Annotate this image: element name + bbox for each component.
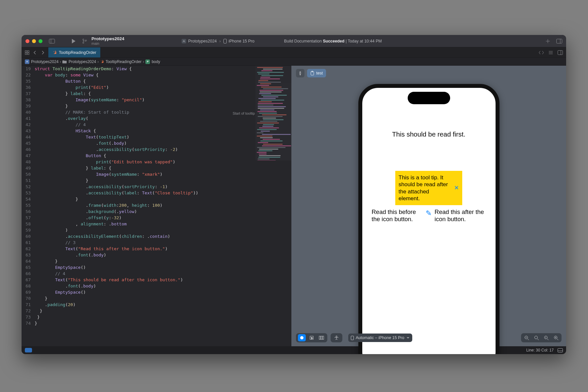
preview-text-left: Read this before the icon button. [372, 208, 423, 223]
window-controls [25, 39, 42, 43]
status-prefix: Build Documentation [284, 39, 323, 43]
svg-rect-12 [25, 53, 27, 55]
svg-point-3 [83, 42, 84, 43]
zoom-in-button[interactable] [552, 334, 560, 341]
chevron-right-icon [143, 59, 144, 64]
svg-line-37 [557, 339, 558, 340]
close-window-button[interactable] [25, 39, 29, 43]
preview-middle-row: Read this before the icon button. ✎ Read… [372, 208, 486, 223]
app-icon: A [182, 39, 186, 43]
cursor-position-label: Line: 30 Col: 17 [526, 348, 554, 352]
zoom-fit-button[interactable] [532, 334, 541, 341]
nav-forward-icon[interactable] [39, 51, 46, 55]
svg-rect-8 [557, 39, 562, 43]
property-icon: P [145, 59, 150, 64]
device-frame-iphone: This should be read first. This is a too… [358, 84, 499, 354]
variants-mode-button[interactable] [318, 334, 325, 341]
code-content[interactable]: struct TooltipReadingOrderDemo: View { v… [33, 66, 291, 346]
swift-file-icon [100, 60, 104, 64]
preview-tooltip-text: This is a tool tip. It should be read af… [399, 174, 451, 202]
related-items-icon[interactable] [24, 50, 31, 55]
chevron-right-icon [97, 59, 99, 64]
accessibility-inspect-button[interactable] [332, 334, 341, 341]
project-icon: A [25, 59, 29, 64]
toggle-navigator-icon[interactable] [49, 39, 55, 43]
minimize-window-button[interactable] [32, 39, 36, 43]
minimap[interactable] [255, 66, 291, 160]
canvas-toolbar: Automatic – iPhone 15 Pro 1 [296, 333, 562, 342]
volume-up-button [358, 160, 359, 179]
toggle-debug-area-icon[interactable] [558, 348, 563, 352]
chevron-down-icon [406, 336, 410, 339]
status-time: | Today at 10:44 PM [344, 39, 382, 43]
scheme-project-label: Prototypes2024 [188, 39, 217, 43]
branch-icon[interactable] [82, 39, 87, 44]
library-icon[interactable] [556, 39, 562, 43]
side-button [358, 139, 359, 152]
add-icon[interactable] [545, 39, 550, 44]
live-mode-button[interactable] [298, 334, 306, 341]
add-editor-icon[interactable] [558, 50, 563, 55]
preview-content: This should be read first. This is a too… [362, 88, 496, 354]
preview-text-right: Read this after the icon button. [434, 208, 486, 223]
svg-point-31 [534, 336, 537, 339]
svg-point-2 [83, 39, 84, 40]
svg-rect-23 [319, 336, 320, 339]
code-editor[interactable]: 1922353637383940414243444546474849505152… [22, 66, 291, 346]
phone-icon [351, 336, 354, 340]
volume-down-button [358, 184, 359, 204]
svg-rect-27 [351, 336, 354, 340]
build-status: Build Documentation Succeeded | Today at… [284, 39, 382, 43]
debug-indicator[interactable] [25, 348, 32, 352]
chevron-right-icon [60, 59, 61, 64]
svg-rect-13 [27, 53, 29, 55]
device-selector[interactable]: Automatic – iPhone 15 Pro [348, 334, 412, 342]
svg-rect-40 [558, 348, 563, 352]
svg-text:1: 1 [545, 336, 547, 338]
canvas-mode-group [296, 333, 327, 342]
gutter: 1922353637383940414243444546474849505152… [22, 66, 33, 346]
zoom-window-button[interactable] [39, 39, 42, 43]
minimap-section-label: Start of tooltip [233, 111, 255, 115]
svg-point-26 [336, 336, 337, 337]
jump-bar[interactable]: APrototypes2024 Prototypes2024 TooltipRe… [22, 58, 566, 66]
svg-line-32 [537, 339, 539, 340]
main-split: 1922353637383940414243444546474849505152… [22, 66, 566, 346]
svg-rect-25 [322, 336, 324, 339]
jumpbar-symbol: body [152, 59, 160, 64]
jumpbar-project: Prototypes2024 [31, 59, 58, 64]
svg-line-29 [528, 339, 529, 340]
edit-pencil-icon[interactable]: ✎ [426, 210, 432, 217]
selectable-mode-button[interactable] [308, 334, 316, 341]
xcode-window: Prototypes2024 main A Prototypes2024 iPh… [22, 35, 566, 354]
titlebar: Prototypes2024 main A Prototypes2024 iPh… [22, 35, 566, 47]
zoom-out-button[interactable] [522, 334, 531, 341]
status-result: Succeeded [323, 39, 344, 43]
preview-text-first: This should be read first. [392, 130, 465, 138]
svg-line-34 [547, 339, 548, 340]
preview-chip-label: test [316, 71, 323, 75]
svg-rect-5 [223, 39, 226, 43]
svg-rect-17 [558, 50, 563, 55]
close-tooltip-icon[interactable]: ✕ [454, 184, 459, 192]
svg-rect-24 [321, 336, 322, 339]
scheme-selector[interactable]: A Prototypes2024 iPhone 15 Pro [182, 39, 254, 43]
adjust-editor-icon[interactable] [539, 51, 544, 55]
svg-rect-11 [27, 51, 29, 52]
preview-tooltip: This is a tool tip. It should be read af… [395, 171, 462, 205]
scheme-branch-group[interactable]: Prototypes2024 main [91, 36, 124, 45]
pin-preview-button[interactable] [296, 69, 304, 77]
run-button-icon[interactable] [71, 39, 77, 44]
tab-tooltipreadingorder[interactable]: TooltipReadingOrder [48, 47, 100, 57]
nav-back-icon[interactable] [31, 51, 39, 55]
tab-bar: TooltipReadingOrder [22, 47, 566, 58]
swift-file-icon [52, 50, 57, 55]
zoom-actual-button[interactable]: 1 [542, 334, 550, 341]
device-selector-label: Automatic – iPhone 15 Pro [356, 335, 404, 340]
preview-canvas: test This should be read first. This is … [291, 66, 566, 346]
project-name-label: Prototypes2024 [91, 36, 124, 41]
scheme-device-label: iPhone 15 Pro [229, 39, 254, 43]
preview-provider-chip[interactable]: test [307, 69, 326, 77]
editor-options-icon[interactable] [548, 51, 553, 55]
clipboard-icon [310, 71, 314, 75]
